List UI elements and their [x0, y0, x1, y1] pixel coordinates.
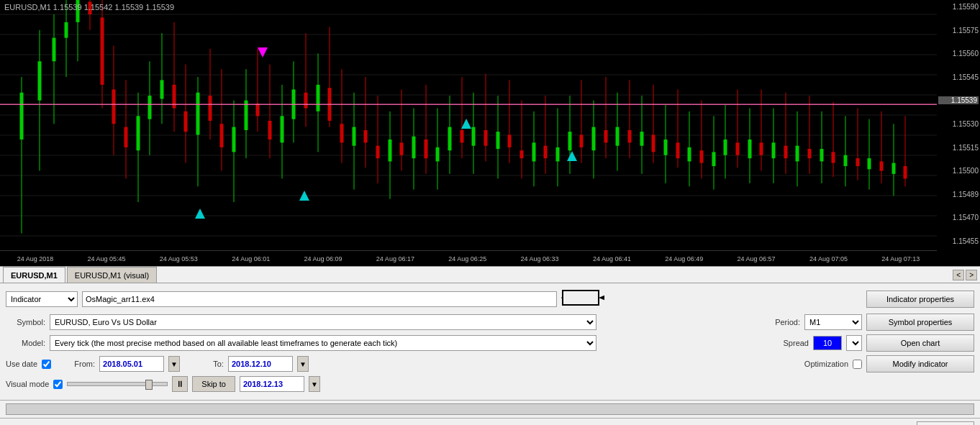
- speed-slider-thumb[interactable]: [145, 380, 153, 390]
- time-label-3: 24 Aug 06:01: [232, 255, 270, 262]
- modify-indicator-button[interactable]: Modify indicator: [866, 355, 974, 373]
- visual-mode-row: Visual mode ⏸ Skip to ▼: [6, 376, 974, 392]
- speed-slider-container: [67, 382, 168, 386]
- price-p6: 1.15530: [938, 120, 979, 128]
- pause-icon: ⏸: [176, 379, 184, 389]
- indicator-row: Indicator Indicator properties: [6, 288, 974, 310]
- time-label-8: 24 Aug 06:41: [593, 255, 631, 262]
- indicator-type-select[interactable]: Indicator: [6, 291, 78, 307]
- use-date-label: Use date: [6, 360, 37, 368]
- skip-to-date-picker[interactable]: ▼: [309, 376, 320, 392]
- time-label-11: 24 Aug 07:05: [809, 255, 848, 262]
- from-label: From:: [55, 360, 95, 368]
- skip-to-button[interactable]: Skip to: [192, 376, 235, 392]
- indicator-file-input[interactable]: [82, 291, 557, 307]
- optimization-checkbox[interactable]: [853, 360, 862, 369]
- svg-marker-2: [599, 295, 604, 301]
- period-label: Period:: [771, 318, 800, 326]
- to-date-picker[interactable]: ▼: [297, 356, 309, 372]
- skip-to-date-input[interactable]: [240, 376, 304, 392]
- price-p7: 1.15515: [938, 144, 979, 152]
- price-p11: 1.15455: [938, 237, 979, 245]
- indicator-properties-button[interactable]: Indicator properties: [866, 291, 974, 308]
- annotation-arrow: [561, 288, 604, 308]
- chart-title: EURUSD,M1 1.15539 1.15542 1.15539 1.1553…: [4, 3, 174, 12]
- price-p9: 1.15489: [938, 191, 979, 198]
- tabs-row: EURUSD,M1 EURUSD,M1 (visual) < >: [0, 266, 980, 283]
- price-current: 1.15539: [938, 96, 979, 104]
- to-label: To:: [184, 360, 224, 368]
- bottom-row: Start: [0, 418, 980, 425]
- from-date-picker[interactable]: ▼: [168, 356, 180, 372]
- start-button[interactable]: Start: [917, 421, 974, 425]
- price-scale: 1.15590 1.15575 1.15560 1.15545 1.15539 …: [937, 0, 980, 248]
- use-date-checkbox[interactable]: [42, 360, 51, 369]
- pause-button[interactable]: ⏸: [172, 376, 188, 392]
- time-label-12: 24 Aug 07:13: [881, 255, 920, 262]
- date-row: Use date From: ▼ To: ▼ Optimization Modi…: [6, 355, 974, 373]
- price-p8: 1.15500: [938, 167, 979, 175]
- progress-bar-row: [0, 401, 980, 418]
- optimization-label: Optimization: [804, 360, 848, 368]
- tab-navigation: < >: [953, 270, 977, 280]
- visual-mode-checkbox[interactable]: [53, 380, 63, 389]
- time-label-0: 24 Aug 2018: [17, 255, 54, 262]
- spread-dropdown[interactable]: ▼: [846, 335, 862, 351]
- price-p2: 1.15575: [938, 27, 979, 35]
- model-row: Model: Every tick (the most precise meth…: [6, 334, 974, 352]
- model-label: Model:: [6, 339, 45, 347]
- time-label-6: 24 Aug 06:25: [448, 255, 486, 262]
- symbol-label: Symbol:: [6, 318, 45, 326]
- period-select[interactable]: M1: [804, 314, 862, 330]
- time-scale: 24 Aug 2018 24 Aug 05:45 24 Aug 05:53 24…: [0, 250, 937, 266]
- time-label-9: 24 Aug 06:49: [665, 255, 703, 262]
- control-panel: Indicator Indicator properties Symbol: E…: [0, 283, 980, 401]
- price-high: 1.15590: [938, 3, 979, 11]
- time-label-1: 24 Aug 05:45: [87, 255, 125, 262]
- time-label-2: 24 Aug 05:53: [160, 255, 198, 262]
- spread-input[interactable]: [813, 336, 842, 350]
- visual-mode-label: Visual mode: [6, 380, 49, 388]
- speed-slider-track: [67, 382, 168, 386]
- tab-nav-left[interactable]: <: [953, 270, 964, 280]
- price-p4: 1.15545: [938, 73, 979, 81]
- svg-rect-0: [563, 291, 599, 305]
- chart-area: EURUSD,M1 1.15539 1.15542 1.15539 1.1553…: [0, 0, 980, 266]
- progress-bar: [6, 403, 974, 415]
- symbol-select[interactable]: EURUSD, Euro Vs US Dollar: [50, 314, 596, 330]
- chart-canvas: [0, 0, 937, 266]
- price-p10: 1.15470: [938, 214, 979, 221]
- time-label-10: 24 Aug 06:57: [738, 255, 776, 262]
- tab-eurusd-m1-visual[interactable]: EURUSD,M1 (visual): [67, 267, 157, 283]
- model-select[interactable]: Every tick (the most precise method base…: [50, 335, 596, 351]
- price-p3: 1.15560: [938, 50, 979, 58]
- open-chart-button[interactable]: Open chart: [866, 334, 974, 352]
- horizontal-line: [0, 104, 937, 105]
- from-date-input[interactable]: [99, 356, 164, 372]
- symbol-row: Symbol: EURUSD, Euro Vs US Dollar Period…: [6, 314, 974, 331]
- time-label-5: 24 Aug 06:17: [376, 255, 414, 262]
- spread-label: Spread: [773, 339, 809, 347]
- to-date-input[interactable]: [228, 356, 293, 372]
- symbol-properties-button[interactable]: Symbol properties: [866, 314, 974, 331]
- tab-nav-right[interactable]: >: [966, 270, 977, 280]
- time-label-7: 24 Aug 06:33: [521, 255, 559, 262]
- tab-eurusd-m1[interactable]: EURUSD,M1: [3, 267, 65, 283]
- time-label-4: 24 Aug 06:09: [304, 255, 342, 262]
